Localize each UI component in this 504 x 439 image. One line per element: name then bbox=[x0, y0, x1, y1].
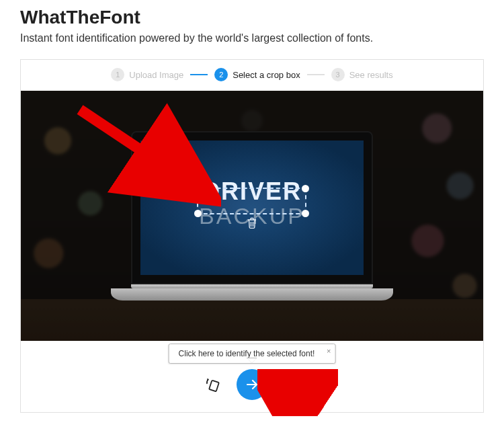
laptop-graphic: DRIVER BACKUP bbox=[131, 131, 373, 301]
step-number: 3 bbox=[331, 68, 345, 81]
svg-rect-2 bbox=[286, 379, 295, 389]
crop-box[interactable] bbox=[197, 188, 306, 214]
tooltip-close-button[interactable]: × bbox=[327, 347, 331, 355]
trash-icon[interactable] bbox=[247, 217, 257, 232]
rotate-icon bbox=[204, 376, 222, 393]
step-connector bbox=[307, 74, 325, 75]
tooltip-text: Click here to identify the selected font… bbox=[179, 349, 315, 358]
crop-box-icon bbox=[283, 376, 299, 393]
step-3: 3 See results bbox=[331, 68, 393, 81]
toolbar bbox=[204, 369, 300, 400]
svg-point-5 bbox=[284, 387, 288, 391]
rotate-button[interactable] bbox=[204, 376, 222, 393]
step-label: Select a crop box bbox=[233, 70, 300, 80]
step-2: 2 Select a crop box bbox=[214, 68, 300, 81]
arrow-right-icon bbox=[245, 377, 259, 392]
step-indicator: 1 Upload Image 2 Select a crop box 3 See… bbox=[21, 60, 483, 91]
bottom-toolbar-area: Click here to identify the selected font… bbox=[21, 341, 483, 412]
step-number: 1 bbox=[111, 68, 124, 81]
crop-handle-tl[interactable] bbox=[194, 185, 202, 192]
svg-point-4 bbox=[294, 378, 297, 381]
step-1: 1 Upload Image bbox=[111, 68, 183, 81]
crop-handle-tr[interactable] bbox=[302, 185, 309, 192]
crop-handle-br[interactable] bbox=[302, 210, 309, 217]
step-number: 2 bbox=[214, 68, 228, 81]
identify-tooltip: Click here to identify the selected font… bbox=[169, 344, 336, 364]
step-label: Upload Image bbox=[129, 70, 183, 80]
step-connector bbox=[190, 74, 208, 75]
page-title: WhatTheFont bbox=[20, 7, 484, 28]
identify-font-button[interactable] bbox=[237, 369, 267, 400]
page-subtitle: Instant font identification powered by t… bbox=[20, 32, 484, 44]
crop-handle-bl[interactable] bbox=[194, 210, 202, 217]
svg-rect-1 bbox=[209, 381, 219, 392]
image-crop-area[interactable]: DRIVER BACKUP bbox=[21, 91, 483, 341]
main-panel: 1 Upload Image 2 Select a crop box 3 See… bbox=[20, 59, 484, 413]
svg-point-3 bbox=[284, 378, 288, 381]
add-crop-box-button[interactable] bbox=[282, 376, 300, 393]
step-label: See results bbox=[349, 70, 393, 80]
